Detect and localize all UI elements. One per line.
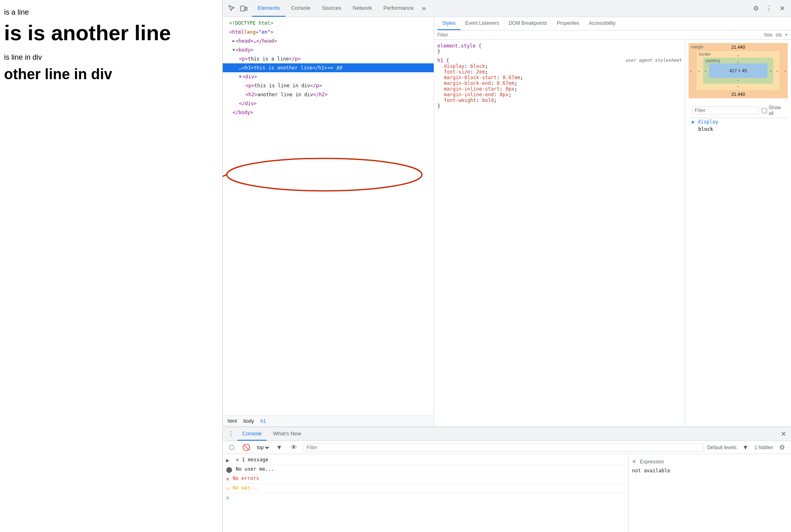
tab-elements[interactable]: Elements xyxy=(252,0,285,17)
padding-label: padding xyxy=(706,58,720,63)
tab-console-bottom[interactable]: Console xyxy=(237,427,267,441)
styles-panel: Styles Event Listeners DOM Breakpoints P… xyxy=(434,17,791,426)
expand-div-icon[interactable]: ▼ xyxy=(239,73,241,81)
border-bottom-value: - xyxy=(737,84,739,89)
dom-line-p1[interactable]: <p>this is a line</p> xyxy=(223,54,434,63)
selected-element-marker: == $0 xyxy=(327,64,342,72)
devtools-settings-icon[interactable]: ⚙ xyxy=(750,3,762,14)
css-prop-font-weight: font-weight: bold; xyxy=(437,97,682,103)
elements-panel: <!DOCTYPE html> <html lang="en"> ▶ <head… xyxy=(223,17,791,426)
tab-whats-new[interactable]: What's New xyxy=(268,427,306,441)
box-model-diagram: margin 21.440 21.440 - - border - - - - xyxy=(689,43,788,98)
breadcrumb: html body h1 xyxy=(223,415,434,426)
hov-label[interactable]: :hov xyxy=(763,32,773,38)
messages-count: 1 message xyxy=(242,457,268,463)
cls-label[interactable]: cls xyxy=(776,32,782,38)
console-back-icon[interactable]: ⬡ xyxy=(226,442,237,453)
expand-body-icon[interactable]: ▼ xyxy=(233,46,235,54)
computed-filter-input[interactable] xyxy=(692,106,758,115)
console-input[interactable] xyxy=(233,495,625,501)
dom-line-head[interactable]: ▶ <head>…</head> xyxy=(223,37,434,45)
h1-rule-header: h1 { user agent stylesheet xyxy=(437,58,682,63)
css-prop-display: display: block; xyxy=(437,63,682,69)
console-eye-icon[interactable]: 👁 xyxy=(288,442,300,453)
tab-accessibility[interactable]: Accessibility xyxy=(584,17,620,30)
console-menu-icon[interactable]: ⋮ xyxy=(226,430,236,438)
html-tag: <html xyxy=(229,28,244,36)
css-rules-area: element.style { } h1 { user agent styles… xyxy=(434,40,685,426)
tab-network[interactable]: Network xyxy=(347,0,378,17)
expand-messages-icon[interactable]: ▶ xyxy=(226,457,233,463)
h1-rule-close: } xyxy=(437,103,682,109)
errors-text: No errors xyxy=(233,476,259,481)
hidden-count-label: 1 hidden xyxy=(754,445,773,450)
tab-performance[interactable]: Performance xyxy=(378,0,419,17)
styles-filter-bar: :hov cls + xyxy=(434,30,791,40)
dom-line-p2[interactable]: <p>this is line in div</p> xyxy=(223,81,434,90)
add-style-icon[interactable]: + xyxy=(785,32,788,38)
errors-icon: ✕ xyxy=(226,476,229,482)
inspect-icon[interactable] xyxy=(226,3,237,14)
dom-line-h2[interactable]: <h2>another line in div</h2> xyxy=(223,90,434,99)
element-style-selector: element.style { xyxy=(437,43,682,49)
doctype-text: <!DOCTYPE html> xyxy=(229,19,273,27)
expression-label: ✕ Expression xyxy=(632,457,788,466)
margin-bottom-value: 21.440 xyxy=(731,92,745,97)
dom-line-h1[interactable]: … <h1> this is another line</h1> == $0 xyxy=(223,63,434,72)
styles-tabs: Styles Event Listeners DOM Breakpoints P… xyxy=(434,17,791,30)
console-context-select[interactable]: top xyxy=(255,444,270,451)
computed-prop-name: ▶ display xyxy=(692,119,718,125)
console-chevron-icon: > xyxy=(226,495,229,501)
tab-properties[interactable]: Properties xyxy=(552,17,584,30)
tab-event-listeners[interactable]: Event Listeners xyxy=(461,17,504,30)
css-prop-margin-inline-end: margin-inline-end: 0px; xyxy=(437,92,682,97)
dom-line-html[interactable]: <html lang="en"> xyxy=(223,28,434,37)
breadcrumb-body[interactable]: body xyxy=(242,417,256,425)
bm-border: border - - - - padding - - - xyxy=(697,51,780,90)
css-prop-margin-block-end: margin-block-end: 0.67em; xyxy=(437,80,682,86)
show-all-checkbox[interactable] xyxy=(762,108,767,113)
tab-dom-breakpoints[interactable]: DOM Breakpoints xyxy=(504,17,552,30)
expand-head-icon[interactable]: ▶ xyxy=(233,37,235,45)
padding-left-value: - xyxy=(705,68,706,73)
console-item-warnings: ⚠ No war... xyxy=(223,484,628,493)
tab-styles[interactable]: Styles xyxy=(437,17,461,30)
dom-line-doctype[interactable]: <!DOCTYPE html> xyxy=(223,19,434,28)
console-panel: ⋮ Console What's New ✕ ⬡ 🚫 top ▼ 👁 Defau… xyxy=(223,426,791,532)
console-settings-icon[interactable]: ⚙ xyxy=(776,442,788,453)
element-style-close: } xyxy=(437,49,682,54)
svg-rect-0 xyxy=(241,6,245,11)
border-left-value: - xyxy=(698,68,700,73)
dom-line-div-close[interactable]: </div> xyxy=(223,99,434,108)
device-toggle-icon[interactable] xyxy=(238,3,250,14)
console-ban-icon[interactable]: 🚫 xyxy=(241,442,252,453)
webpage-line1: is a line xyxy=(4,8,218,17)
warnings-text: No war... xyxy=(233,485,259,491)
console-down-icon[interactable]: ▼ xyxy=(274,442,285,453)
filter-actions: :hov cls + xyxy=(763,32,788,38)
tab-console[interactable]: Console xyxy=(285,0,316,17)
console-filter-input[interactable] xyxy=(303,443,704,452)
styles-filter-input[interactable] xyxy=(437,32,763,38)
computed-display-value-text: block xyxy=(698,126,713,132)
border-top-value: - xyxy=(737,53,739,58)
webpage-h1: is is another line xyxy=(4,21,218,45)
console-close-icon[interactable]: ✕ xyxy=(779,430,788,438)
breadcrumb-html[interactable]: html xyxy=(226,417,239,425)
console-item-user-messages: ⬤ No user me... xyxy=(223,465,628,474)
dom-line-body-close[interactable]: </body> xyxy=(223,108,434,117)
dom-line-body-open[interactable]: ▼ <body> xyxy=(223,45,434,54)
devtools-toolbar: Elements Console Sources Network Perform… xyxy=(223,0,791,17)
show-all-label[interactable]: Show all xyxy=(762,105,784,116)
devtools-menu-icon[interactable]: ⋮ xyxy=(763,3,775,14)
computed-filter: Show all xyxy=(689,103,788,118)
dom-line-div-open[interactable]: ▼ <div> xyxy=(223,72,434,81)
more-tabs-icon[interactable]: » xyxy=(419,4,428,13)
devtools-close-icon[interactable]: ✕ xyxy=(776,3,788,14)
webpage-panel: is a line is is another line is line in … xyxy=(0,0,223,532)
breadcrumb-h1[interactable]: h1 xyxy=(259,417,267,425)
console-levels-arrow-icon[interactable]: ▼ xyxy=(740,442,751,453)
dom-tree: <!DOCTYPE html> <html lang="en"> ▶ <head… xyxy=(223,17,434,426)
tab-sources[interactable]: Sources xyxy=(316,0,347,17)
expression-close-icon[interactable]: ✕ xyxy=(632,459,636,465)
